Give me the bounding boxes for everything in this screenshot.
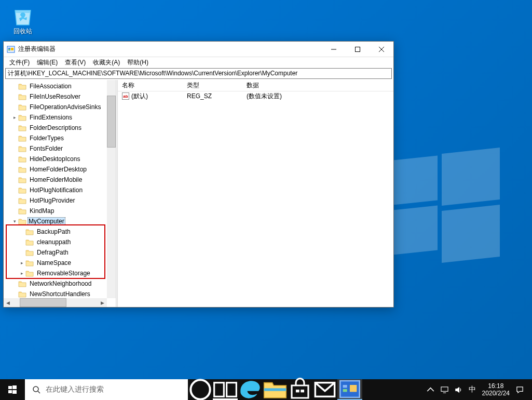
scrollbar-thumb[interactable]: [107, 96, 116, 148]
volume-button[interactable]: [452, 379, 466, 400]
tree-item-label: NewShortcutHandlers: [29, 290, 91, 298]
address-bar[interactable]: [5, 68, 392, 79]
tree-item-label: KindMap: [29, 207, 55, 215]
mail-button[interactable]: [312, 379, 337, 400]
column-name[interactable]: 名称: [118, 80, 183, 91]
tree-item-hotplugnotification[interactable]: HotPlugNotification: [6, 185, 116, 195]
folder-icon: [18, 124, 26, 131]
svg-rect-3: [11, 48, 13, 50]
taskbar-search[interactable]: 在此键入进行搜索: [25, 379, 188, 400]
svg-rect-18: [264, 388, 287, 391]
tree-item-label: HotPlugNotification: [29, 186, 84, 194]
tree-item-findextensions[interactable]: ▸FindExtensions: [6, 112, 116, 123]
registry-tree[interactable]: FileAssociationFileInUseResolverFileOper…: [4, 80, 116, 307]
regedit-icon: [7, 45, 15, 54]
tree-item-mycomputer[interactable]: ▾MyComputer: [6, 216, 116, 226]
tree-item-kindmap[interactable]: KindMap: [6, 206, 116, 216]
notification-icon: [516, 386, 524, 394]
tree-item-label: FindExtensions: [29, 114, 73, 121]
column-type[interactable]: 类型: [183, 80, 242, 91]
svg-line-13: [38, 391, 40, 393]
tray-settings-button[interactable]: [438, 379, 452, 400]
scroll-left-icon[interactable]: ◀: [4, 298, 12, 307]
folder-icon: [18, 207, 26, 215]
tree-scrollbar-vertical[interactable]: [107, 80, 116, 298]
list-header: 名称 类型 数据: [118, 80, 393, 91]
folder-icon: [18, 176, 26, 183]
tree-item-backuppath[interactable]: BackupPath: [6, 226, 116, 237]
folder-icon: [18, 166, 26, 173]
value-row[interactable]: ab(默认)REG_SZ(数值未设置): [118, 91, 393, 101]
regedit-taskbar-icon: [337, 377, 362, 400]
svg-rect-11: [12, 390, 17, 394]
ime-indicator[interactable]: 中: [466, 379, 479, 400]
speaker-icon: [455, 386, 462, 394]
tree-item-label: HomeFolderMobile: [29, 176, 83, 183]
tree-item-hotplugprovider[interactable]: HotPlugProvider: [6, 195, 116, 206]
menu-view[interactable]: 查看(V): [61, 58, 89, 67]
values-pane: 名称 类型 数据 ab(默认)REG_SZ(数值未设置): [118, 80, 393, 307]
show-desktop-button[interactable]: [527, 379, 530, 400]
value-type: REG_SZ: [183, 92, 242, 100]
tree-scrollbar-horizontal[interactable]: ◀ ▶: [4, 298, 107, 307]
window-title: 注册表编辑器: [18, 45, 322, 54]
menu-edit[interactable]: 编辑(E): [33, 58, 61, 67]
menu-help[interactable]: 帮助(H): [124, 58, 152, 67]
tree-item-folderdescriptions[interactable]: FolderDescriptions: [6, 123, 116, 133]
svg-rect-16: [227, 383, 237, 397]
tree-item-cleanuppath[interactable]: cleanuppath: [6, 237, 116, 247]
tree-item-fontsfolder[interactable]: FontsFolder: [6, 143, 116, 154]
store-button[interactable]: [288, 379, 312, 400]
titlebar[interactable]: 注册表编辑器: [4, 42, 393, 57]
svg-rect-9: [12, 385, 17, 389]
menu-bar: 文件(F) 编辑(E) 查看(V) 收藏夹(A) 帮助(H): [4, 57, 393, 68]
values-list[interactable]: ab(默认)REG_SZ(数值未设置): [118, 91, 393, 307]
tree-item-label: HomeFolderDesktop: [29, 166, 88, 173]
folder-icon: [18, 103, 26, 111]
expander-icon[interactable]: ▾: [11, 219, 18, 224]
file-explorer-button[interactable]: [263, 379, 288, 400]
value-name: (默认): [131, 92, 148, 101]
tree-item-fileoperationadvisesinks[interactable]: FileOperationAdviseSinks: [6, 102, 116, 112]
menu-favorites[interactable]: 收藏夹(A): [89, 58, 124, 67]
scroll-right-icon[interactable]: ▶: [98, 298, 107, 307]
task-view-button[interactable]: [213, 379, 238, 400]
tree-item-networkneighborhood[interactable]: NetworkNeighborhood: [6, 278, 116, 289]
tree-item-fileinuseresolver[interactable]: FileInUseResolver: [6, 91, 116, 102]
tray-overflow-button[interactable]: [424, 379, 438, 400]
edge-button[interactable]: [238, 379, 263, 400]
column-data[interactable]: 数据: [242, 80, 393, 91]
tree-item-fileassociation[interactable]: FileAssociation: [6, 81, 116, 91]
minimize-button[interactable]: [322, 42, 346, 57]
tree-item-homefolderdesktop[interactable]: HomeFolderDesktop: [6, 164, 116, 175]
tree-item-defragpath[interactable]: DefragPath: [6, 247, 116, 258]
maximize-button[interactable]: [346, 42, 370, 57]
search-icon: [32, 385, 40, 394]
clock[interactable]: 16:18 2020/2/24: [479, 379, 513, 400]
start-button[interactable]: [0, 379, 25, 400]
tree-item-label: HotPlugProvider: [29, 197, 76, 204]
expander-icon[interactable]: ▸: [18, 271, 25, 276]
cortana-button[interactable]: [188, 379, 213, 400]
search-placeholder: 在此键入进行搜索: [46, 385, 104, 394]
tree-item-newshortcuthandlers[interactable]: NewShortcutHandlers: [6, 289, 116, 299]
regedit-taskbar-button[interactable]: [337, 379, 362, 400]
tree-item-homefoldermobile[interactable]: HomeFolderMobile: [6, 175, 116, 185]
expander-icon[interactable]: ▸: [11, 115, 18, 120]
scrollbar-thumb[interactable]: [20, 298, 66, 307]
action-center-button[interactable]: [513, 379, 527, 400]
recycle-bin[interactable]: 回收站: [9, 4, 36, 36]
tree-item-foldertypes[interactable]: FolderTypes: [6, 133, 116, 143]
tree-item-removablestorage[interactable]: ▸RemovableStorage: [6, 268, 116, 278]
folder-icon: [25, 238, 34, 246]
tree-item-namespace[interactable]: ▸NameSpace: [6, 258, 116, 268]
registry-editor-window: 注册表编辑器 文件(F) 编辑(E) 查看(V) 收藏夹(A) 帮助(H) Fi…: [3, 41, 394, 308]
close-button[interactable]: [370, 42, 393, 57]
expander-icon[interactable]: ▸: [18, 260, 25, 265]
menu-file[interactable]: 文件(F): [6, 58, 33, 67]
address-input[interactable]: [8, 70, 389, 77]
folder-icon: [18, 280, 26, 287]
edge-icon: [238, 377, 263, 400]
taskbar: 在此键入进行搜索: [0, 379, 532, 400]
tree-item-hidedesktopicons[interactable]: HideDesktopIcons: [6, 154, 116, 164]
